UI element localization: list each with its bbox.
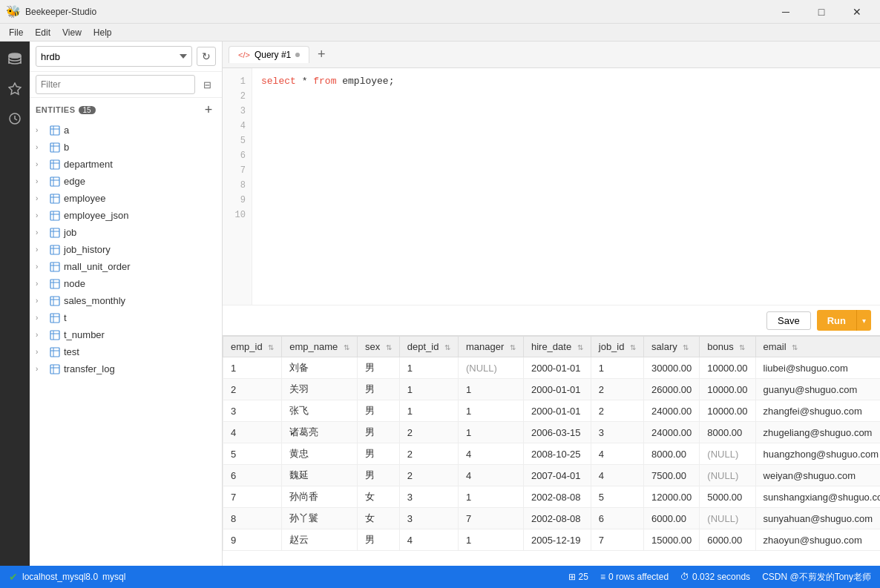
table-icon [49,194,61,204]
time-icon: ⏱ [680,572,689,582]
table-cell: 6000.00 [700,529,755,551]
table-header-cell[interactable]: job_id ⇅ [591,337,643,357]
table-header-cell[interactable]: hire_date ⇅ [523,337,591,357]
table-row[interactable]: 3张飞男112000-01-01224000.0010000.00zhangfe… [223,400,881,422]
list-item[interactable]: › job_history [30,241,222,258]
entity-name: transfer_log [64,363,115,374]
table-cell: 男 [357,400,399,422]
table-header-cell[interactable]: email ⇅ [755,337,880,357]
sort-icon: ⇅ [268,343,274,351]
table-row[interactable]: 8孙丫鬟女372002-08-0866000.00(NULL)sunyahuan… [223,508,881,529]
editor-content[interactable]: select * from employee; [252,68,880,305]
table-cell: zhugeliang@shuguo.com [755,422,880,443]
dialect-label: mysql [102,572,125,582]
add-query-tab-button[interactable]: + [312,46,330,64]
table-header-cell[interactable]: salary ⇅ [644,337,700,357]
db-select[interactable]: hrdb [36,46,192,67]
table-icon [49,296,61,306]
table-cell: 4 [459,443,524,465]
list-item[interactable]: › employee [30,190,222,207]
entity-name: mall_unit_order [64,261,131,272]
table-cell: 4 [399,529,458,551]
table-row[interactable]: 9赵云男412005-12-19715000.006000.00zhaoyun@… [223,529,881,551]
list-item[interactable]: › node [30,275,222,292]
svg-rect-47 [50,365,59,374]
list-item[interactable]: › department [30,156,222,173]
save-button[interactable]: Save [766,311,811,330]
maximize-button[interactable]: □ [804,0,838,24]
list-item[interactable]: › employee_json [30,207,222,224]
table-cell: 10000.00 [700,400,755,422]
table-cell: 2006-03-15 [523,422,591,443]
sort-icon: ⇅ [577,343,583,351]
watermark: CSDN @不剪发的Tony老师 [762,571,871,584]
table-icon [49,211,61,221]
svg-rect-8 [50,143,59,152]
minimize-button[interactable]: ─ [769,0,803,24]
list-item[interactable]: › test [30,343,222,360]
table-row[interactable]: 5黄忠男242008-10-2548000.00(NULL)huangzhong… [223,443,881,465]
list-item[interactable]: › transfer_log [30,360,222,377]
table-cell: 4 [459,465,524,486]
table-cell: 男 [357,357,399,379]
table-header-cell[interactable]: emp_id ⇅ [223,337,282,357]
table-cell: 10000.00 [700,357,755,379]
table-row[interactable]: 7孙尚香女312002-08-08512000.005000.00sunshan… [223,486,881,508]
table-cell: 1 [223,357,282,379]
table-row[interactable]: 4诸葛亮男212006-03-15324000.008000.00zhugeli… [223,422,881,443]
menu-view[interactable]: View [56,26,88,39]
table-row[interactable]: 2关羽男112000-01-01226000.0010000.00guanyu@… [223,379,881,400]
run-dropdown-button[interactable]: ▾ [856,310,871,331]
table-cell: 2002-08-08 [523,508,591,529]
query-tab-1[interactable]: </> Query #1 [229,46,309,63]
table-header-cell[interactable]: sex ⇅ [357,337,399,357]
table-cell: 1 [591,357,643,379]
table-cell: zhangfei@shuguo.com [755,400,880,422]
filter-input[interactable] [36,75,195,94]
list-item[interactable]: › edge [30,173,222,190]
svg-rect-38 [50,314,59,323]
run-button[interactable]: Run [817,310,856,331]
list-item[interactable]: › t_number [30,326,222,343]
list-item[interactable]: › b [30,139,222,156]
table-header-cell[interactable]: emp_name ⇅ [282,337,358,357]
menu-edit[interactable]: Edit [29,26,56,39]
history-icon-btn[interactable] [3,107,27,131]
table-header-cell[interactable]: dept_id ⇅ [399,337,458,357]
table-cell: 1 [459,379,524,400]
filter-icon[interactable]: ⊟ [198,76,216,93]
list-item[interactable]: › sales_monthly [30,292,222,309]
menu-help[interactable]: Help [88,26,118,39]
table-icon [49,313,61,323]
table-icon [49,176,61,187]
database-icon-btn[interactable] [3,47,27,71]
svg-rect-26 [50,245,59,254]
list-item[interactable]: › t [30,309,222,326]
table-cell: 孙尚香 [282,486,358,508]
filter-area: ⊟ [30,72,222,98]
list-item[interactable]: › a [30,122,222,139]
table-cell: 24000.00 [644,400,700,422]
list-item[interactable]: › job [30,224,222,241]
menu-file[interactable]: File [3,26,29,39]
add-entity-button[interactable]: + [201,102,216,117]
refresh-button[interactable]: ↻ [197,47,216,66]
favorites-icon-btn[interactable] [3,77,27,101]
table-cell: 2 [399,443,458,465]
table-header-cell[interactable]: bonus ⇅ [700,337,755,357]
query-toolbar: Save Run ▾ [223,305,880,336]
table-header-cell[interactable]: manager ⇅ [459,337,524,357]
results-area[interactable]: emp_id ⇅emp_name ⇅sex ⇅dept_id ⇅manager … [223,336,880,566]
table-cell: 诸葛亮 [282,422,358,443]
table-cell: 4 [591,443,643,465]
list-item[interactable]: › mall_unit_order [30,258,222,275]
close-button[interactable]: ✕ [840,0,874,24]
query-tabs: </> Query #1 + [223,42,880,68]
table-row[interactable]: 6魏延男242007-04-0147500.00(NULL)weiyan@shu… [223,465,881,486]
table-row[interactable]: 1刘备男1(NULL)2000-01-01130000.0010000.00li… [223,357,881,379]
entity-name: test [64,346,79,357]
table-cell: 6000.00 [644,508,700,529]
sort-icon: ⇅ [792,343,798,351]
expand-icon: › [36,228,46,237]
table-icon [49,347,61,357]
